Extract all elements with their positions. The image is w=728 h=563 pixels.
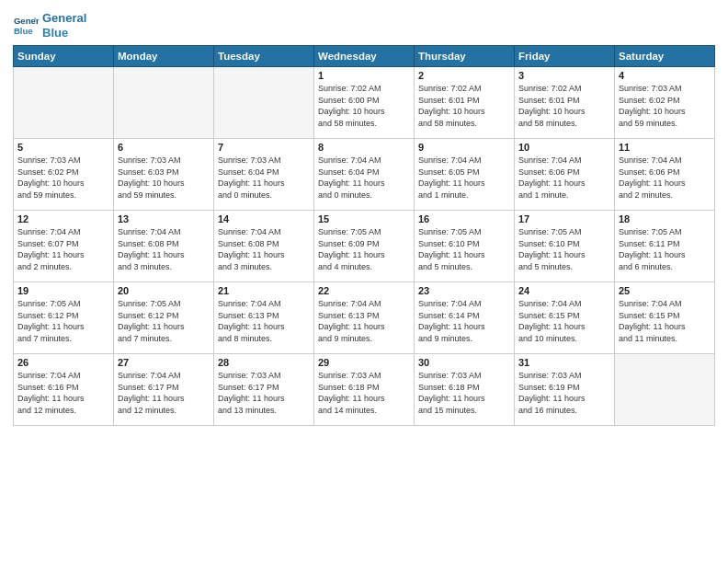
calendar-cell: 31Sunrise: 7:03 AM Sunset: 6:19 PM Dayli… [515,354,615,426]
calendar-cell: 15Sunrise: 7:05 AM Sunset: 6:09 PM Dayli… [314,211,415,282]
calendar-cell: 29Sunrise: 7:03 AM Sunset: 6:18 PM Dayli… [314,354,415,426]
day-info: Sunrise: 7:04 AM Sunset: 6:07 PM Dayligh… [17,226,109,272]
weekday-header-row: SundayMondayTuesdayWednesdayThursdayFrid… [14,46,715,67]
week-row-3: 19Sunrise: 7:05 AM Sunset: 6:12 PM Dayli… [14,282,715,354]
day-number: 13 [118,213,210,224]
day-info: Sunrise: 7:04 AM Sunset: 6:17 PM Dayligh… [118,370,210,416]
day-info: Sunrise: 7:04 AM Sunset: 6:13 PM Dayligh… [318,298,410,344]
day-info: Sunrise: 7:04 AM Sunset: 6:16 PM Dayligh… [17,370,109,416]
day-info: Sunrise: 7:05 AM Sunset: 6:10 PM Dayligh… [418,226,510,272]
day-number: 20 [118,285,210,296]
logo-text: General Blue [42,11,86,40]
calendar-cell: 6Sunrise: 7:03 AM Sunset: 6:03 PM Daylig… [114,139,214,211]
weekday-header-sunday: Sunday [14,46,114,67]
calendar-cell: 17Sunrise: 7:05 AM Sunset: 6:10 PM Dayli… [515,211,615,282]
calendar-cell: 13Sunrise: 7:04 AM Sunset: 6:08 PM Dayli… [114,211,214,282]
header: General Blue General Blue [13,11,715,40]
calendar-cell: 27Sunrise: 7:04 AM Sunset: 6:17 PM Dayli… [114,354,214,426]
day-number: 17 [518,213,610,224]
calendar-cell: 30Sunrise: 7:03 AM Sunset: 6:18 PM Dayli… [415,354,515,426]
calendar-cell: 9Sunrise: 7:04 AM Sunset: 6:05 PM Daylig… [415,139,515,211]
calendar-cell: 2Sunrise: 7:02 AM Sunset: 6:01 PM Daylig… [415,67,515,139]
day-info: Sunrise: 7:03 AM Sunset: 6:03 PM Dayligh… [118,155,210,201]
calendar-cell: 5Sunrise: 7:03 AM Sunset: 6:02 PM Daylig… [14,139,114,211]
day-number: 12 [17,213,109,224]
weekday-header-wednesday: Wednesday [314,46,415,67]
day-info: Sunrise: 7:04 AM Sunset: 6:13 PM Dayligh… [218,298,310,344]
weekday-header-friday: Friday [515,46,615,67]
calendar-cell: 14Sunrise: 7:04 AM Sunset: 6:08 PM Dayli… [214,211,314,282]
day-number: 5 [17,142,109,153]
day-number: 27 [118,357,210,368]
calendar-cell: 23Sunrise: 7:04 AM Sunset: 6:14 PM Dayli… [415,282,515,354]
day-info: Sunrise: 7:04 AM Sunset: 6:08 PM Dayligh… [118,226,210,272]
day-number: 16 [418,213,510,224]
weekday-header-tuesday: Tuesday [214,46,314,67]
day-info: Sunrise: 7:04 AM Sunset: 6:04 PM Dayligh… [318,155,410,201]
svg-text:General: General [14,16,39,26]
weekday-header-monday: Monday [114,46,214,67]
day-number: 4 [619,70,711,81]
day-number: 23 [418,285,510,296]
day-number: 28 [218,357,310,368]
calendar-cell: 12Sunrise: 7:04 AM Sunset: 6:07 PM Dayli… [14,211,114,282]
day-info: Sunrise: 7:05 AM Sunset: 6:12 PM Dayligh… [17,298,109,344]
svg-text:Blue: Blue [14,25,33,35]
day-info: Sunrise: 7:05 AM Sunset: 6:11 PM Dayligh… [619,226,711,272]
day-number: 2 [418,70,510,81]
day-info: Sunrise: 7:03 AM Sunset: 6:18 PM Dayligh… [318,370,410,416]
day-number: 29 [318,357,410,368]
calendar-cell [615,354,715,426]
day-number: 30 [418,357,510,368]
calendar-cell: 4Sunrise: 7:03 AM Sunset: 6:02 PM Daylig… [615,67,715,139]
day-number: 26 [17,357,109,368]
calendar-cell: 28Sunrise: 7:03 AM Sunset: 6:17 PM Dayli… [214,354,314,426]
day-info: Sunrise: 7:03 AM Sunset: 6:02 PM Dayligh… [619,83,711,129]
week-row-2: 12Sunrise: 7:04 AM Sunset: 6:07 PM Dayli… [14,211,715,282]
day-info: Sunrise: 7:05 AM Sunset: 6:12 PM Dayligh… [118,298,210,344]
day-info: Sunrise: 7:04 AM Sunset: 6:15 PM Dayligh… [518,298,610,344]
day-number: 7 [218,142,310,153]
calendar-cell: 10Sunrise: 7:04 AM Sunset: 6:06 PM Dayli… [515,139,615,211]
day-number: 14 [218,213,310,224]
day-info: Sunrise: 7:02 AM Sunset: 6:01 PM Dayligh… [518,83,610,129]
calendar-cell [214,67,314,139]
logo: General Blue General Blue [13,11,86,40]
calendar-cell: 21Sunrise: 7:04 AM Sunset: 6:13 PM Dayli… [214,282,314,354]
calendar-cell [114,67,214,139]
calendar-cell: 11Sunrise: 7:04 AM Sunset: 6:06 PM Dayli… [615,139,715,211]
week-row-4: 26Sunrise: 7:04 AM Sunset: 6:16 PM Dayli… [14,354,715,426]
day-info: Sunrise: 7:03 AM Sunset: 6:17 PM Dayligh… [218,370,310,416]
week-row-1: 5Sunrise: 7:03 AM Sunset: 6:02 PM Daylig… [14,139,715,211]
day-number: 6 [118,142,210,153]
day-number: 18 [619,213,711,224]
day-number: 25 [619,285,711,296]
calendar-cell [14,67,114,139]
day-info: Sunrise: 7:05 AM Sunset: 6:09 PM Dayligh… [318,226,410,272]
calendar-cell: 20Sunrise: 7:05 AM Sunset: 6:12 PM Dayli… [114,282,214,354]
calendar-body: 1Sunrise: 7:02 AM Sunset: 6:00 PM Daylig… [14,67,715,426]
day-info: Sunrise: 7:04 AM Sunset: 6:08 PM Dayligh… [218,226,310,272]
day-info: Sunrise: 7:03 AM Sunset: 6:18 PM Dayligh… [418,370,510,416]
day-info: Sunrise: 7:02 AM Sunset: 6:01 PM Dayligh… [418,83,510,129]
day-number: 9 [418,142,510,153]
day-number: 24 [518,285,610,296]
calendar-cell: 25Sunrise: 7:04 AM Sunset: 6:15 PM Dayli… [615,282,715,354]
day-info: Sunrise: 7:04 AM Sunset: 6:06 PM Dayligh… [619,155,711,201]
logo-icon: General Blue [13,13,39,39]
page: General Blue General Blue SundayMondayTu… [0,0,728,563]
calendar-cell: 3Sunrise: 7:02 AM Sunset: 6:01 PM Daylig… [515,67,615,139]
day-number: 8 [318,142,410,153]
calendar-cell: 16Sunrise: 7:05 AM Sunset: 6:10 PM Dayli… [415,211,515,282]
day-info: Sunrise: 7:03 AM Sunset: 6:04 PM Dayligh… [218,155,310,201]
day-number: 10 [518,142,610,153]
day-number: 11 [619,142,711,153]
day-number: 31 [518,357,610,368]
calendar-cell: 8Sunrise: 7:04 AM Sunset: 6:04 PM Daylig… [314,139,415,211]
calendar: SundayMondayTuesdayWednesdayThursdayFrid… [13,45,715,426]
day-number: 22 [318,285,410,296]
calendar-cell: 22Sunrise: 7:04 AM Sunset: 6:13 PM Dayli… [314,282,415,354]
calendar-cell: 18Sunrise: 7:05 AM Sunset: 6:11 PM Dayli… [615,211,715,282]
day-number: 19 [17,285,109,296]
calendar-cell: 19Sunrise: 7:05 AM Sunset: 6:12 PM Dayli… [14,282,114,354]
